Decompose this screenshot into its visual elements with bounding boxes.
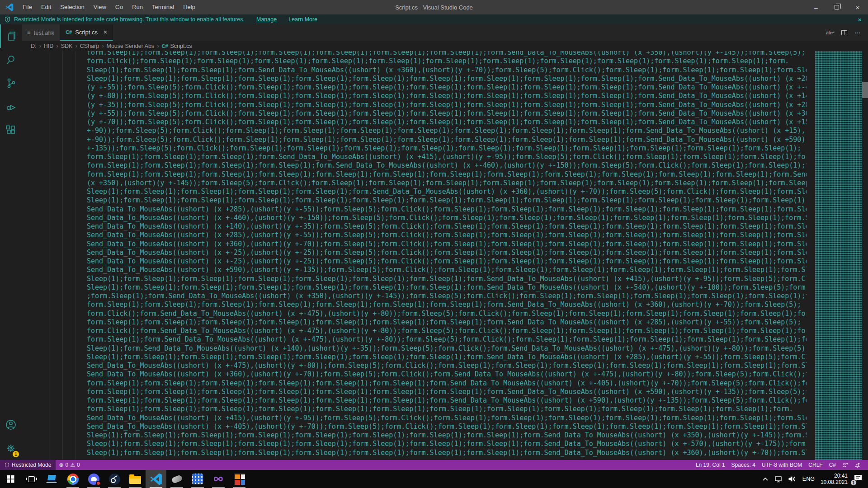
learn-more-link[interactable]: Learn More	[288, 16, 317, 23]
tab-script-cs[interactable]: C# Script.cs ×	[60, 24, 113, 41]
code-line: form.Sleep(1);form.Sleep(1);form.Sleep(1…	[87, 396, 807, 405]
code-editor[interactable]: form.Sleep(1);form.Sleep(1);form.Sleep(1…	[22, 51, 868, 460]
vscode-icon	[150, 473, 162, 485]
search-icon[interactable]	[0, 48, 22, 71]
settings-gear-icon[interactable]: 1	[0, 436, 22, 460]
code-line: Sleep(1);form.Sleep(1);form.Sleep(1);for…	[87, 440, 807, 448]
breadcrumb-item[interactable]: CSharp›	[80, 42, 107, 49]
breadcrumb-item[interactable]: Mouse Sender Abs›	[107, 42, 162, 49]
menu-item[interactable]: Terminal	[147, 0, 179, 14]
run-debug-icon[interactable]	[0, 95, 22, 118]
breadcrumb-file[interactable]: C# Script.cs	[161, 43, 192, 49]
restricted-mode-status[interactable]: Restricted Mode	[0, 460, 56, 470]
minimize-button[interactable]: –	[806, 0, 826, 14]
breadcrumb: D:› HID› SDK› CSharp› Mouse Sender Abs› …	[22, 41, 868, 51]
scrollbar-thumb[interactable]	[862, 82, 868, 98]
taskbar-app-keypad-tool[interactable]	[187, 470, 208, 488]
code-line: form.Sleep(1);form.Sleep(1);form.Sleep(1…	[87, 405, 807, 413]
errors-icon: ⊗	[59, 462, 63, 468]
language-indicator[interactable]: ENG	[802, 476, 815, 482]
taskbar-app-steam[interactable]	[104, 470, 125, 488]
breadcrumb-item[interactable]: HID›	[44, 42, 61, 49]
banner-close-icon[interactable]: ×	[858, 16, 862, 23]
extensions-icon[interactable]	[0, 118, 22, 142]
taskbar-app-laptop[interactable]	[42, 470, 62, 488]
code-line: form.Click();form.Send_Data_To_MouseAbs(…	[87, 327, 807, 335]
language-mode[interactable]: C#	[826, 462, 839, 468]
status-bar: Restricted Mode ⊗ 0 ⚠ 0 Ln 19, Col 1 Spa…	[0, 460, 868, 470]
code-line: Send_Data_To_MouseAbs((ushort) (x +-475)…	[87, 361, 807, 370]
menu-bar: FileEditSelectionViewGoRunTerminalHelp	[18, 0, 200, 14]
code-line: (y +-55));form.Sleep(5);form.Click();for…	[87, 83, 807, 92]
code-line: (y +-35));form.Sleep(5);form.Click();for…	[87, 101, 807, 109]
word-wrap-icon[interactable]: ab↵	[825, 27, 836, 38]
ahk-file-icon: ≡	[27, 29, 31, 36]
clock[interactable]: 20:41 10.08.2021	[821, 473, 848, 485]
menu-item[interactable]: Run	[127, 0, 147, 14]
code-line: Send_Data_To_MouseAbs((ushort) (x +360),…	[87, 370, 807, 379]
code-line: (y +-55));form.Sleep(5);form.Click();for…	[87, 109, 807, 118]
action-center-button[interactable]: 1	[854, 474, 863, 484]
taskbar-app-tiles[interactable]	[229, 470, 250, 488]
start-button[interactable]	[0, 470, 21, 488]
notifications-bell-icon[interactable]	[851, 462, 863, 468]
code-line: Sleep(1);form.Sleep(1);form.Sleep(1);for…	[87, 75, 807, 83]
code-line: Sleep(1);form.Sleep(1);form.Sleep(1);for…	[87, 66, 807, 75]
indentation-status[interactable]: Spaces: 4	[728, 462, 759, 468]
tray-chevron-icon[interactable]	[762, 477, 769, 481]
code-line: form.Sleep(1);form.Sleep(1);form.Sleep(1…	[87, 51, 807, 57]
menu-item[interactable]: Edit	[37, 0, 56, 14]
task-view-button[interactable]	[21, 470, 42, 488]
more-actions-icon[interactable]: ⋯	[852, 27, 863, 38]
menu-item[interactable]: File	[18, 0, 37, 14]
menu-item[interactable]: Go	[111, 0, 127, 14]
eol-status[interactable]: CRLF	[805, 462, 826, 468]
feedback-icon[interactable]	[839, 462, 851, 468]
task-view-icon	[28, 476, 35, 482]
code-line: form.Sleep(1);form.Send_Data_To_MouseAbs…	[87, 335, 807, 344]
tray-time: 20:41	[821, 473, 848, 479]
taskbar-app-vscode[interactable]	[146, 470, 166, 488]
taskbar-app-mouse-tool[interactable]	[166, 470, 187, 488]
taskbar-app-discord[interactable]	[83, 470, 104, 488]
tab-close-icon[interactable]: ×	[104, 28, 107, 36]
menu-item[interactable]: Selection	[56, 0, 89, 14]
source-control-icon[interactable]	[0, 71, 22, 95]
problems-status[interactable]: ⊗ 0 ⚠ 0	[56, 462, 83, 468]
taskbar-app-visual-studio[interactable]	[208, 470, 229, 488]
code-line: +-90));form.Sleep(5);form.Click();form.S…	[87, 127, 807, 135]
banner-message: Restricted Mode is intended for safe cod…	[14, 16, 245, 23]
cursor-position[interactable]: Ln 19, Col 1	[693, 462, 728, 468]
code-line: form.Sleep(1);form.Sleep(1);form.Sleep(1…	[87, 300, 807, 309]
shield-icon	[5, 16, 10, 23]
breadcrumb-item[interactable]: D:›	[31, 42, 44, 49]
laptop-icon	[46, 474, 58, 484]
volume-icon[interactable]	[788, 476, 797, 482]
encoding-status[interactable]: UTF-8 with BOM	[759, 462, 805, 468]
taskbar-app-explorer[interactable]	[125, 470, 146, 488]
code-line: form.Click();form.Sleep(1);form.Sleep(1)…	[87, 57, 807, 66]
menu-item[interactable]: View	[89, 0, 111, 14]
code-line: Sleep(1);form.Send_Data_To_MouseAbs((ush…	[87, 344, 807, 353]
tab-test-ahk[interactable]: ≡ test.ahk	[22, 24, 60, 41]
code-line: Send_Data_To_MouseAbs((ushort) (x +590),…	[87, 266, 807, 274]
network-icon[interactable]	[774, 476, 783, 483]
tab-label: Script.cs	[75, 29, 98, 36]
accounts-icon[interactable]	[0, 413, 22, 436]
close-button[interactable]: ×	[847, 0, 868, 14]
menu-item[interactable]: Help	[179, 0, 200, 14]
code-line: Send_Data_To_MouseAbs((ushort) (x +360),…	[87, 240, 807, 249]
split-editor-icon[interactable]	[838, 27, 850, 38]
code-line: form.Sleep(1);form.Sleep(1);form.Sleep(1…	[87, 153, 807, 161]
restricted-mode-banner: Restricted Mode is intended for safe cod…	[0, 14, 868, 24]
restore-button[interactable]	[826, 0, 847, 14]
activity-bar: 1	[0, 24, 22, 460]
manage-link[interactable]: Manage	[256, 16, 277, 23]
explorer-icon[interactable]	[0, 24, 22, 48]
taskbar-app-chrome[interactable]	[62, 470, 83, 488]
breadcrumb-item[interactable]: SDK›	[61, 42, 80, 49]
minimap[interactable]	[815, 51, 862, 460]
code-line: Sleep(1);form.Sleep(1);form.Sleep(1);for…	[87, 275, 807, 283]
code-line: Send_Data_To_MouseAbs((ushort) (x +415),…	[87, 414, 807, 422]
code-line: form.Sleep(1);form.Sleep(1);form.Sleep(1…	[87, 170, 807, 179]
